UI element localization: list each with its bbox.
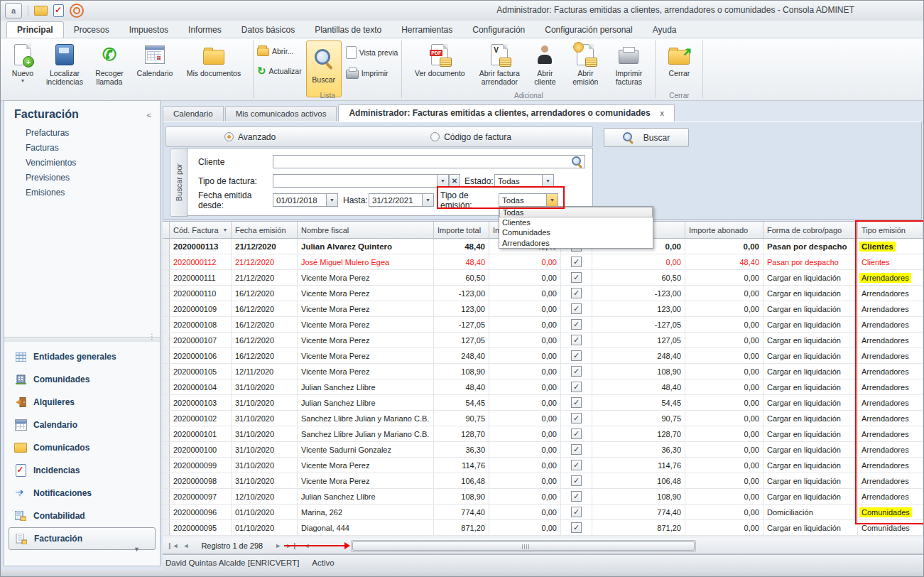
ribbon-tab-informes[interactable]: Informes	[178, 22, 232, 38]
chevron-down-icon[interactable]: ▼	[326, 194, 337, 206]
sidebar-item-prefacturas[interactable]: Prefacturas	[26, 128, 76, 138]
table-row[interactable]: 202000010716/12/2020Vicente Mora Perez12…	[163, 333, 923, 348]
cobrada-checkbox[interactable]: ✓	[571, 491, 582, 502]
prev-record-button[interactable]: ◄	[183, 542, 189, 549]
actualizar-button[interactable]: ↻ Actualizar	[257, 65, 302, 77]
nav-item-contabilidad[interactable]: Contabilidad	[9, 505, 156, 527]
cobrada-checkbox[interactable]: ✓	[571, 382, 582, 392]
cobrada-checkbox[interactable]: ✓	[571, 428, 582, 439]
cliente-input[interactable]	[273, 155, 585, 168]
table-row[interactable]: 202000010616/12/2020Vicente Mora Perez24…	[163, 348, 923, 364]
imprimir-facturas-button[interactable]: Imprimir facturas	[607, 41, 651, 88]
table-row[interactable]: 202000010816/12/2020Vicente Mora Perez-1…	[163, 317, 923, 333]
localizar-incidencias-button[interactable]: Localizar incidencias	[43, 41, 87, 88]
ribbon-tab-ayuda[interactable]: Ayuda	[643, 22, 687, 38]
cobrada-checkbox[interactable]: ✓	[571, 444, 582, 455]
table-row[interactable]: 202000010431/10/2020Julian Sanchez Llibr…	[163, 379, 923, 395]
cobrada-checkbox[interactable]: ✓	[571, 475, 582, 486]
recoger-llamada-button[interactable]: ✆ Recoger llamada	[88, 41, 131, 88]
column-header-forma-de-cobro-pago[interactable]: Forma de cobro/pago	[763, 222, 858, 238]
collapse-chevron-icon[interactable]: <	[147, 111, 151, 119]
nav-overflow-chevron-icon[interactable]: ▼	[134, 546, 140, 553]
chevron-down-icon[interactable]: ▼	[437, 175, 448, 187]
column-header-tipo-emisión[interactable]: Tipo emisión	[858, 222, 923, 238]
nav-item-comunidades[interactable]: Comunidades	[9, 368, 156, 391]
horizontal-scrollbar[interactable]	[351, 540, 696, 552]
ribbon-tab-principal[interactable]: Principal	[6, 21, 64, 38]
column-header-importe-abonado[interactable]: Importe abonado	[685, 222, 763, 238]
estado-combo[interactable]: Todas ▼	[494, 174, 554, 188]
nuevo-button[interactable]: + Nuevo▼	[4, 41, 41, 85]
column-header-cód-factura[interactable]: Cód. Factura▼	[170, 222, 232, 238]
clear-icon[interactable]: ✕	[449, 174, 460, 188]
cobrada-checkbox[interactable]: ✓	[571, 303, 582, 314]
tab-calendario[interactable]: Calendario	[163, 106, 224, 122]
incidents-clipboard-icon[interactable]	[53, 4, 64, 17]
nav-item-comunicados[interactable]: Comunicados	[9, 436, 156, 459]
table-row[interactable]: 202000010916/12/2020Vicente Mora Perez12…	[163, 301, 923, 317]
column-header-nombre-fiscal[interactable]: Nombre fiscal	[298, 222, 434, 238]
table-row[interactable]: 202000009831/10/2020Vicente Mora Perez10…	[163, 473, 923, 489]
ribbon-tab-herramientas[interactable]: Herramientas	[391, 22, 462, 38]
abrir-button[interactable]: Abrir...	[257, 46, 302, 56]
first-record-button[interactable]: ❙◄	[167, 542, 178, 549]
cerrar-button[interactable]: ➔ Cerrar	[660, 41, 698, 80]
buscar-button[interactable]: Buscar	[306, 41, 342, 97]
sidebar-item-emisiones[interactable]: Emisiones	[26, 188, 76, 198]
cobrada-checkbox[interactable]: ✓	[571, 366, 582, 377]
close-tab-icon[interactable]: x	[661, 109, 665, 117]
nav-item-incidencias[interactable]: Incidencias	[9, 459, 156, 482]
abrir-emision-button[interactable]: Abrir emisión	[565, 41, 605, 88]
tipo-emision-combo[interactable]: Todas ▼	[499, 193, 558, 207]
table-row[interactable]: 202000010031/10/2020Vicente Sadurni Gonz…	[163, 442, 923, 458]
search-icon[interactable]	[572, 156, 582, 167]
cobrada-checkbox[interactable]: ✓	[571, 288, 582, 298]
cobrada-checkbox[interactable]: ✓	[571, 319, 582, 330]
dropdown-option-arrendadores[interactable]: Arrendadores	[499, 238, 653, 249]
broadcast-icon[interactable]	[70, 4, 84, 18]
ribbon-tab-procesos[interactable]: Procesos	[64, 22, 119, 38]
table-row[interactable]: 202000010331/10/2020Julian Sanchez Llibr…	[163, 395, 923, 411]
table-row[interactable]: 202000009601/10/2020Marina, 262774,400,0…	[163, 505, 923, 520]
mis-documentos-button[interactable]: Mis documentos	[179, 41, 249, 80]
ver-documento-button[interactable]: PDF Ver documento	[406, 41, 473, 80]
table-row[interactable]: 202000011221/12/2020José Miguel Mulero E…	[163, 254, 923, 270]
cobrada-checkbox[interactable]: ✓	[571, 335, 582, 345]
table-row[interactable]: 202000011121/12/2020Vicente Mora Perez60…	[163, 270, 923, 286]
nav-item-entidades-generales[interactable]: Entidades generales	[9, 345, 156, 368]
tipo-factura-combo[interactable]: ▼	[273, 174, 449, 188]
scrollbar-thumb[interactable]	[352, 541, 695, 551]
ribbon-tab-datos-básicos[interactable]: Datos básicos	[232, 22, 305, 38]
cobrada-checkbox[interactable]: ✓	[571, 272, 582, 283]
dropdown-option-todas[interactable]: Todas	[499, 207, 653, 217]
ribbon-tab-plantillas-de-texto[interactable]: Plantillas de texto	[305, 22, 391, 38]
cobrada-checkbox[interactable]: ✓	[571, 350, 582, 361]
app-icon[interactable]: a	[5, 3, 22, 18]
sidebar-splitter[interactable]	[4, 337, 160, 342]
table-row[interactable]: 202000010231/10/2020Sanchez Llibre Julia…	[163, 411, 923, 426]
table-row[interactable]: 202000010512/11/2020Vicente Mora Perez10…	[163, 364, 923, 379]
cobrada-checkbox[interactable]: ✓	[571, 413, 582, 424]
next-record-button[interactable]: ►	[275, 542, 281, 549]
fecha-desde-combo[interactable]: 01/01/2018 ▼	[273, 193, 338, 207]
column-header-importe-total[interactable]: Importe total	[434, 222, 489, 238]
chevron-down-icon[interactable]: ▼	[546, 194, 558, 206]
radio-avanzado[interactable]: Avanzado	[224, 132, 276, 142]
calendario-button[interactable]: Calendario	[132, 41, 178, 80]
cobrada-checkbox[interactable]: ✓	[571, 397, 582, 408]
tab-mis-comunicados[interactable]: Mis comunicados activos	[225, 106, 337, 122]
abrir-factura-arrendador-button[interactable]: V Abrir factura arrendador	[474, 41, 524, 88]
imprimir-button[interactable]: Imprimir	[346, 68, 398, 79]
column-header-blank[interactable]	[163, 222, 170, 238]
sidebar-item-facturas[interactable]: Facturas	[26, 143, 76, 153]
cobrada-checkbox[interactable]: ✓	[571, 522, 582, 533]
hasta-combo[interactable]: 31/12/2021 ▼	[369, 193, 434, 207]
table-row[interactable]: 202000009712/10/2020Julian Sanchez Llibr…	[163, 489, 923, 505]
nav-item-calendario[interactable]: Calendario	[9, 414, 156, 436]
cobrada-checkbox[interactable]: ✓	[571, 460, 582, 470]
chevron-down-icon[interactable]: ▼	[422, 194, 433, 206]
buscar-por-side-tab[interactable]: Buscar por	[170, 149, 188, 217]
sidebar-item-vencimientos[interactable]: Vencimientos	[26, 158, 76, 168]
ribbon-tab-impuestos[interactable]: Impuestos	[119, 22, 178, 38]
nav-item-notificaciones[interactable]: Notificaciones	[9, 482, 156, 505]
